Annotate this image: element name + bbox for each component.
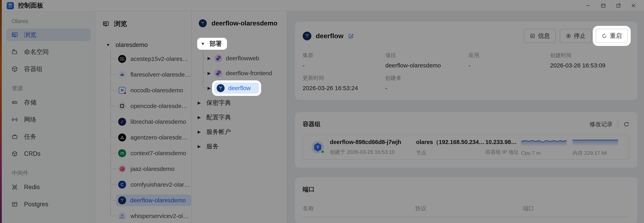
sidebar-item-label: CRDs (24, 150, 40, 157)
chevron-right-icon[interactable]: ▶ (198, 130, 202, 134)
tree-node-comfyui[interactable]: C comfyuisharev2-olar… (110, 177, 191, 192)
ports-table-header: 名称 协议 端口 (303, 205, 630, 217)
sidebar-item-crds[interactable]: CRDs (6, 147, 90, 160)
pod-memory-label: 内存 229.17 Mi (572, 150, 624, 157)
stop-button[interactable]: 停止 (560, 29, 592, 43)
minimize-icon[interactable] (585, 3, 591, 9)
pods-section-title: 容器组 (303, 120, 320, 128)
chevron-right-icon[interactable]: ▶ (208, 56, 212, 61)
tree-node-acestep[interactable]: ACE+ STEP acestep15v2-olares… (110, 51, 191, 67)
cpu-sparkline (521, 139, 567, 147)
tree-node-deerflow-olaresdemo[interactable]: deerflow-olaresdemo (110, 192, 191, 208)
tree-node-jaaz[interactable]: jaaz-olaresdemo (110, 161, 191, 177)
tree-node-deerflowweb[interactable]: ▶ deerflowweb (203, 51, 286, 66)
comfyui-app-icon: C (118, 181, 126, 189)
tree-node-opencode[interactable]: opencode-olaresde… (110, 98, 191, 114)
pod-node-label: 节点 (416, 149, 485, 156)
deployment-icon (214, 54, 222, 62)
sidebar-section-middleware: 中间件 (12, 169, 90, 177)
context7-app-icon: {7} (118, 149, 126, 157)
pod-name-col: deerflow-898cd66d8-j7wjh 创建于 2026-03-26 … (330, 139, 416, 156)
deerflow-app-icon (118, 196, 126, 204)
detail-app: 应用 - (469, 52, 550, 69)
deployment-icon (214, 69, 222, 77)
close-icon[interactable] (630, 3, 636, 9)
sidebar-section-resources: 资源 (12, 84, 90, 92)
pod-ip-value: 10.233.98… (485, 139, 521, 145)
sidebar-item-browse[interactable]: 浏览 (6, 29, 90, 41)
sidebar-item-network[interactable]: 网络 (6, 113, 90, 126)
chevron-right-icon[interactable]: ▶ (208, 71, 212, 76)
sidebar-section-olares: Olares (12, 18, 90, 25)
tree-group-secrets[interactable]: ▶ 保密字典 (192, 95, 286, 110)
jaaz-app-icon (118, 165, 126, 173)
tree-node-agentzero[interactable]: agentzero-olaresde… (110, 130, 191, 145)
tree-group-deployments[interactable]: ▼ 部署 (192, 38, 286, 50)
tree-node-context7[interactable]: {7} context7-olaresdemo (110, 145, 191, 161)
sidebar-item-label: 存储 (24, 98, 36, 107)
edit-icon[interactable] (348, 33, 354, 39)
tree-group-configmaps[interactable]: ▶ 配置字典 (192, 110, 286, 125)
sidebar-item-label: 浏览 (24, 31, 36, 39)
chevron-right-icon[interactable]: ▶ (198, 144, 202, 149)
status-running-dot (321, 150, 324, 154)
chevron-right-icon[interactable]: ▶ (198, 100, 202, 105)
nocodb-app-icon: N (118, 86, 126, 94)
tree-node-deerflow-frontend[interactable]: ▶ deerflow-frontend (203, 66, 286, 81)
tree-node-deerflow[interactable]: ▶ deerflow (203, 81, 286, 95)
main-content: deerflow 信息 (287, 11, 644, 223)
detail-updated: 更新时间 2026-03-26 16:53:24 (303, 74, 385, 91)
detail-cluster: 集群 - (303, 52, 385, 69)
tree-node-librechat[interactable]: librechat-olaresdemo (110, 114, 191, 130)
info-button[interactable]: 信息 (524, 29, 556, 43)
workload-actions: 信息 停止 重启 (524, 29, 628, 43)
deerflow-selected-highlight[interactable]: deerflow (214, 82, 259, 94)
workload-details: 集群 - 项目 deerflow-olaresdemo 应用 - 创建时间 (303, 52, 628, 91)
popout-icon[interactable] (616, 3, 621, 9)
tree-group-serviceaccounts[interactable]: ▶ 服务帐户 (192, 125, 286, 139)
pod-cpu-col: Cpu 7 m (521, 139, 572, 156)
maximize-icon[interactable] (600, 3, 606, 9)
titlebar: 控制面板 (2, 0, 644, 11)
resource-panel-title: deerflow-olaresdemo (212, 20, 278, 27)
resource-panel-header: deerflow-olaresdemo (192, 17, 286, 29)
tree-node-olaresdemo[interactable]: ▼ olaresdemo (95, 41, 191, 49)
sidebar-item-postgres[interactable]: Postgres (6, 198, 90, 211)
sidebar-item-namespace[interactable]: 命名空间 (6, 46, 90, 58)
sidebar-item-label: 任务 (24, 133, 36, 141)
browse-panel-title: 浏览 (114, 19, 127, 28)
tree-node-whisper[interactable]: Whisper whisperservicev2-ol… (110, 208, 191, 223)
history-link[interactable]: 修改记录 (590, 120, 612, 128)
browse-panel-header: 浏览 (95, 17, 191, 30)
ports-card: 端口 名称 协议 端口 (295, 177, 638, 223)
pod-memory-col: 内存 229.17 Mi (572, 138, 624, 157)
refresh-icon[interactable] (623, 121, 629, 127)
chevron-down-icon[interactable]: ▼ (201, 41, 206, 46)
ports-col-port: 端口 (523, 205, 630, 212)
sidebar-item-redis[interactable]: Redis (6, 181, 90, 193)
workload-title: deerflow (316, 32, 344, 40)
window-controls (585, 3, 636, 9)
restart-button[interactable]: 重启 (596, 29, 628, 43)
sidebar-item-storage[interactable]: 存储 (6, 96, 90, 109)
deployments-highlight[interactable]: ▼ 部署 (197, 38, 227, 50)
selected-tree-node[interactable]: deerflow-olaresdemo (116, 194, 191, 206)
tree-node-label: olaresdemo (116, 41, 148, 49)
redis-icon (11, 184, 18, 191)
tree-node-flaresolverr[interactable]: flaresolverr-olaresde… (110, 67, 191, 82)
tree-group-services[interactable]: ▶ 服务 (192, 139, 286, 154)
sidebar-item-label: Redis (24, 184, 40, 191)
chevron-down-icon[interactable]: ▼ (106, 43, 111, 47)
pod-row[interactable]: Y deerflow-898cd66d8-j7wjh 创建于 2026-03-2… (303, 135, 629, 160)
sidebar-item-jobs[interactable]: 任务 (6, 130, 90, 143)
browse-panel: 浏览 ▼ olaresdemo ACE+ STEP acestep15v2-ol… (95, 11, 192, 223)
stop-icon (566, 33, 571, 39)
chevron-right-icon[interactable]: ▶ (198, 115, 202, 120)
sidebar-item-label: 网络 (24, 115, 36, 124)
jobs-icon (11, 133, 18, 140)
chevron-right-icon[interactable]: ▶ (208, 86, 212, 90)
deerflow-app-icon (199, 19, 207, 27)
sidebar-item-pods[interactable]: 容器组 (6, 63, 90, 75)
desktop-wallpaper-edge (0, 0, 2, 223)
tree-node-nocodb[interactable]: N nocodb-olaresdemo (110, 82, 191, 98)
